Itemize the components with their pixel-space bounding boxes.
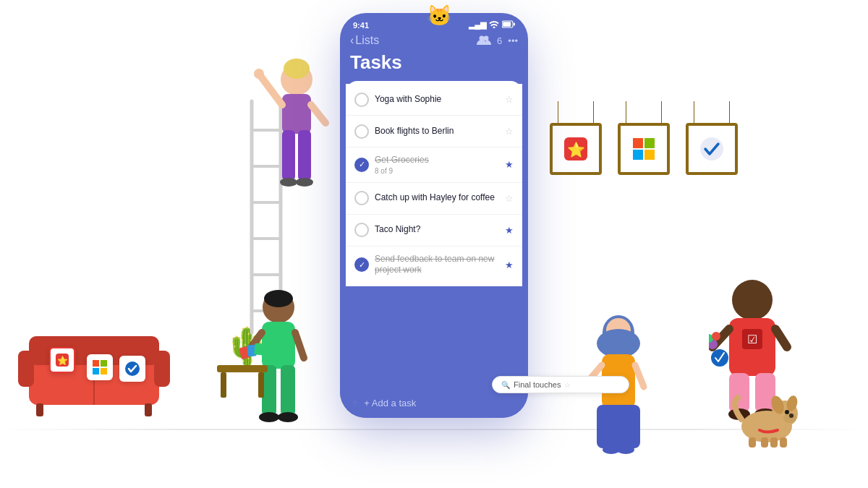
svg-text:⭐: ⭐ xyxy=(57,355,68,366)
task-item-6[interactable]: ✓ Send feedback to team on new project w… xyxy=(346,247,522,283)
svg-rect-44 xyxy=(93,360,99,367)
task-item-4[interactable]: Catch up with Hayley for coffee ☆ xyxy=(346,183,522,215)
search-icon: 🔍 xyxy=(501,381,510,389)
hanger-line-2b xyxy=(661,101,662,123)
man-with-cards-svg xyxy=(239,286,318,430)
svg-rect-90 xyxy=(761,437,768,448)
task-text-col-4: Catch up with Hayley for coffee xyxy=(375,192,499,204)
task-text-col-3: Get Groceries 8 of 9 xyxy=(375,155,499,175)
status-icons: ▂▄▆ xyxy=(469,20,515,30)
nav-bar: ‹ Lists 6 ••• xyxy=(340,33,528,51)
svg-rect-45 xyxy=(101,360,107,367)
tooltip-text: Final touches xyxy=(514,380,561,389)
task-star-5[interactable]: ★ xyxy=(505,225,514,236)
members-icon[interactable] xyxy=(477,35,491,47)
svg-rect-51 xyxy=(258,372,264,398)
svg-rect-32 xyxy=(281,365,295,416)
hanger-line-3a xyxy=(694,101,694,123)
screen-title: Tasks xyxy=(340,51,528,81)
svg-text:⭐: ⭐ xyxy=(567,141,585,158)
task-text-col-1: Yoga with Sophie xyxy=(375,94,499,106)
task-item-3[interactable]: ✓ Get Groceries 8 of 9 ★ xyxy=(346,147,522,183)
cat-illustration: 🐱 xyxy=(427,4,452,27)
svg-rect-49 xyxy=(217,365,268,372)
task-star-3[interactable]: ★ xyxy=(505,159,514,170)
svg-point-68 xyxy=(732,280,773,320)
svg-point-24 xyxy=(264,290,293,307)
svg-rect-1 xyxy=(503,22,511,27)
svg-rect-39 xyxy=(36,403,43,416)
task-check-2[interactable] xyxy=(354,124,369,139)
table-svg xyxy=(213,365,271,401)
woman-on-ladder-svg xyxy=(217,43,333,289)
svg-rect-19 xyxy=(282,130,295,181)
svg-rect-57 xyxy=(644,150,655,160)
svg-rect-29 xyxy=(254,343,263,356)
svg-point-33 xyxy=(259,412,279,422)
status-time: 9:41 xyxy=(353,21,369,30)
svg-rect-37 xyxy=(18,351,34,387)
task-check-5[interactable] xyxy=(354,223,369,237)
tooltip-star-icon: ☆ xyxy=(564,381,571,389)
svg-rect-38 xyxy=(154,351,170,387)
task-star-4[interactable]: ☆ xyxy=(505,193,514,204)
task-text-6: Send feedback to team on new project wor… xyxy=(375,254,499,276)
hanger-line-1b xyxy=(593,101,594,123)
frame-box-3 xyxy=(686,123,738,175)
svg-line-76 xyxy=(775,329,787,347)
task-item-1[interactable]: Yoga with Sophie ☆ xyxy=(346,84,522,116)
dog-svg xyxy=(731,376,803,448)
task-star-6[interactable]: ★ xyxy=(505,260,514,270)
task-text-4: Catch up with Hayley for coffee xyxy=(375,192,499,204)
task-check-4[interactable] xyxy=(354,191,369,205)
task-star-1[interactable]: ☆ xyxy=(505,94,514,105)
svg-point-58 xyxy=(700,137,723,160)
add-task-icon: + xyxy=(352,396,358,409)
task-item-5[interactable]: Taco Night? ★ xyxy=(346,215,522,247)
svg-rect-2 xyxy=(514,23,515,26)
task-check-6[interactable]: ✓ xyxy=(354,257,369,272)
task-star-2[interactable]: ☆ xyxy=(505,126,514,137)
task-list: Yoga with Sophie ☆ Book flights to Berli… xyxy=(346,81,522,286)
wifi-icon xyxy=(489,20,499,30)
svg-point-17 xyxy=(254,69,264,79)
svg-point-21 xyxy=(280,178,297,187)
frame-box-1: ⭐ xyxy=(550,123,602,175)
svg-point-34 xyxy=(278,412,298,422)
svg-point-67 xyxy=(617,445,634,454)
svg-rect-50 xyxy=(221,372,226,398)
members-count: 6 xyxy=(497,35,502,46)
task-text-5: Taco Night? xyxy=(375,224,499,236)
add-task-label: + Add a task xyxy=(364,398,416,408)
frame-3 xyxy=(686,101,738,175)
svg-point-87 xyxy=(789,414,793,418)
svg-point-81 xyxy=(711,349,728,367)
battery-icon xyxy=(502,20,515,30)
task-item-2[interactable]: Book flights to Berlin ☆ xyxy=(346,116,522,147)
back-chevron-icon: ‹ xyxy=(350,34,354,47)
frames-area: ⭐ xyxy=(550,101,738,175)
frame-1: ⭐ xyxy=(550,101,602,175)
search-tooltip: 🔍 Final touches ☆ xyxy=(492,376,629,393)
svg-rect-47 xyxy=(101,368,107,374)
more-icon[interactable]: ••• xyxy=(508,35,518,46)
task-text-3: Get Groceries xyxy=(375,155,499,166)
svg-text:☑: ☑ xyxy=(747,333,757,346)
svg-rect-15 xyxy=(282,94,311,134)
sticker-microsoft-icon xyxy=(87,354,113,380)
sticker-tasks-icon: ⭐ xyxy=(49,347,75,373)
frame-2 xyxy=(618,101,670,175)
task-check-3[interactable]: ✓ xyxy=(354,158,369,172)
frame-box-2 xyxy=(618,123,670,175)
svg-point-88 xyxy=(785,410,789,414)
task-text-col-6: Send feedback to team on new project wor… xyxy=(375,254,499,276)
signal-icon: ▂▄▆ xyxy=(469,20,486,30)
back-button[interactable]: ‹ Lists xyxy=(350,34,379,47)
task-check-1[interactable] xyxy=(354,93,369,107)
svg-rect-55 xyxy=(644,138,655,148)
svg-rect-91 xyxy=(770,437,778,448)
hanger-line-2a xyxy=(626,101,626,123)
task-sub-3: 8 of 9 xyxy=(375,167,499,175)
task-text-col-5: Taco Night? xyxy=(375,224,499,236)
task-text-2: Book flights to Berlin xyxy=(375,126,499,137)
